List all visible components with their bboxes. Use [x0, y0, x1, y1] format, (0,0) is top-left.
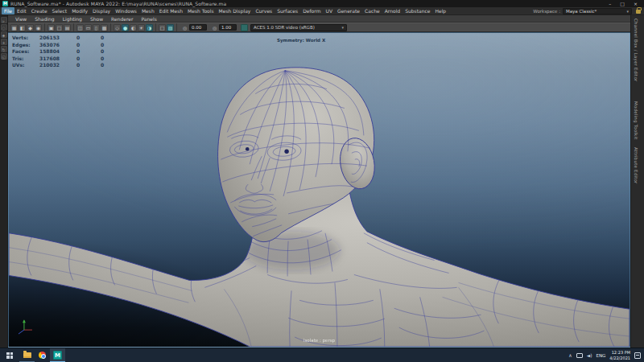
menu-substance[interactable]: Substance: [402, 7, 432, 14]
right-sidebar: Channel Box / Layer Editor Modeling Tool…: [630, 15, 644, 348]
panel-menu-show[interactable]: Show: [86, 16, 107, 22]
bookmarks-icon[interactable]: □: [56, 24, 63, 31]
speaker-icon[interactable]: ◄): [587, 348, 592, 362]
hud-stat-row: Edges: 363076 0 0: [12, 42, 125, 47]
scale-tool-icon[interactable]: ◱: [1, 53, 7, 60]
menu-uv[interactable]: UV: [324, 7, 336, 14]
resolution-gate-icon[interactable]: ▯: [93, 24, 100, 31]
viewport-panel: ViewShadingLightingShowRendererPanels ▦◧…: [8, 15, 630, 348]
maya-taskbar-icon: M: [53, 351, 62, 360]
lasso-tool-icon[interactable]: ◌: [1, 24, 7, 31]
menu-items: FileEditCreateSelectModifyDisplayWindows…: [2, 7, 448, 14]
paint-select-tool-icon[interactable]: ◈: [1, 31, 7, 38]
view-transform-value: ACES 1.0 SDR video (sRGB): [254, 25, 315, 30]
viewport-canvas[interactable]: Verts: 206153 0 0 Edges: 363076 0 0 Face…: [8, 32, 630, 348]
camera-attributes-icon[interactable]: ▣: [47, 24, 55, 31]
menu-mesh-display[interactable]: Mesh Display: [217, 7, 254, 14]
panel-menu-view[interactable]: View: [11, 16, 31, 22]
menu-deform[interactable]: Deform: [300, 7, 323, 14]
exposure-icon[interactable]: ◎: [181, 24, 188, 31]
tab-attribute-editor[interactable]: Attribute Editor: [634, 147, 638, 184]
hud-stat-row: Verts: 206153 0 0: [12, 35, 125, 40]
gamma-icon[interactable]: ◎: [211, 24, 218, 31]
panel-menu-lighting[interactable]: Lighting: [59, 16, 86, 22]
toolbox: ▹◌◈+↻◱: [0, 15, 8, 348]
shadows-icon[interactable]: ◑: [146, 24, 153, 31]
snap-curve-icon[interactable]: ◧: [19, 24, 26, 31]
menu-help[interactable]: Help: [433, 7, 449, 14]
chevron-down-icon: ▾: [626, 9, 629, 14]
snap-point-icon[interactable]: ◆: [27, 24, 34, 31]
menu-arnold[interactable]: Arnold: [382, 7, 402, 14]
chrome-button[interactable]: [35, 348, 50, 362]
file-explorer-button[interactable]: [19, 348, 35, 362]
move-tool-icon[interactable]: +: [1, 39, 7, 45]
shaded-mode-icon[interactable]: ●: [122, 24, 129, 31]
menu-file[interactable]: File: [2, 7, 14, 14]
view-axis-indicator: [19, 319, 32, 334]
menu-mesh-tools[interactable]: Mesh Tools: [185, 7, 216, 14]
menu-cache[interactable]: Cache: [362, 7, 382, 14]
menu-select[interactable]: Select: [50, 7, 70, 14]
menu-create[interactable]: Create: [29, 7, 50, 14]
two-panes-icon[interactable]: ◫: [76, 24, 84, 31]
panel-menu-renderer[interactable]: Renderer: [107, 16, 137, 22]
camera-label: isolate : persp: [303, 338, 335, 343]
film-gate-icon[interactable]: ▭: [85, 24, 92, 31]
separator: [176, 23, 177, 31]
minimize-button[interactable]: –: [609, 0, 611, 7]
menu-edit-mesh[interactable]: Edit Mesh: [157, 7, 185, 14]
clock[interactable]: 12:23 PM 4/22/2021: [609, 350, 630, 360]
gate-mask-icon[interactable]: ▩: [101, 24, 108, 31]
textured-mode-icon[interactable]: ◐: [130, 24, 137, 31]
tab-modeling-toolkit[interactable]: Modeling Toolkit: [634, 101, 638, 140]
tab-channel-box-layer-editor[interactable]: Channel Box / Layer Editor: [634, 19, 638, 81]
image-plane-icon[interactable]: ▤: [64, 24, 71, 31]
language-indicator[interactable]: ENG: [597, 353, 606, 358]
xray-icon[interactable]: ▨: [167, 24, 174, 31]
maximize-button[interactable]: □: [620, 0, 625, 7]
chevron-down-icon: ▾: [341, 25, 344, 30]
hud-stat-row: Tris: 317608 0 0: [12, 56, 125, 61]
menu-modify[interactable]: Modify: [69, 7, 90, 14]
rotate-tool-icon[interactable]: ↻: [1, 46, 7, 52]
color-management-icon[interactable]: [241, 24, 248, 31]
action-center-icon[interactable]: [634, 352, 641, 359]
menu-mesh[interactable]: Mesh: [139, 7, 157, 14]
lock-icon[interactable]: [636, 10, 641, 14]
menu-edit[interactable]: Edit: [14, 7, 29, 14]
menu-windows[interactable]: Windows: [113, 7, 139, 14]
panel-menu-bar: ViewShadingLightingShowRendererPanels: [8, 15, 630, 23]
character-model[interactable]: [9, 68, 630, 347]
title-bar: M RUNA_Software.ma* - Autodesk MAYA 2022…: [0, 0, 644, 7]
wireframe-icon[interactable]: ◇: [114, 24, 121, 31]
panel-menu-panels[interactable]: Panels: [137, 16, 160, 22]
snap-grid-icon[interactable]: ▦: [10, 24, 18, 31]
use-all-lights-icon[interactable]: ☀: [138, 24, 145, 31]
workspace-selector[interactable]: Maya Classic* ▾: [563, 8, 632, 14]
main-area: ▹◌◈+↻◱ ViewShadingLightingShowRendererPa…: [0, 15, 644, 348]
start-button[interactable]: [0, 348, 19, 362]
view-transform-selector[interactable]: ACES 1.0 SDR video (sRGB) ▾: [250, 24, 347, 31]
make-live-icon[interactable]: ◉: [35, 24, 42, 31]
isolate-select-icon[interactable]: □: [159, 24, 166, 31]
menu-display[interactable]: Display: [90, 7, 113, 14]
clock-time: 12:23 PM: [609, 350, 630, 355]
main-menu-bar: FileEditCreateSelectModifyDisplayWindows…: [0, 7, 644, 15]
menu-generate[interactable]: Generate: [335, 7, 362, 14]
exposure-field[interactable]: 0.00: [189, 24, 207, 31]
hidden-icons-button[interactable]: ∧: [568, 348, 572, 362]
maya-taskbar-button[interactable]: M: [50, 348, 65, 362]
panel-menu-shading[interactable]: Shading: [31, 16, 58, 22]
gamma-field[interactable]: 1.00: [219, 24, 237, 31]
menu-curves[interactable]: Curves: [253, 7, 275, 14]
network-icon[interactable]: [576, 353, 583, 358]
maya-window: M RUNA_Software.ma* - Autodesk MAYA 2022…: [0, 0, 644, 362]
clock-date: 4/22/2021: [609, 356, 630, 360]
menu-surfaces[interactable]: Surfaces: [275, 7, 300, 14]
close-button[interactable]: ×: [634, 0, 638, 7]
panel-toolbar-icons: ▦◧◆◉▣□▤◫▭▯▩◇●◐☀◑□▨: [10, 23, 179, 31]
hud-stat-row: Faces: 158804 0 0: [12, 48, 125, 54]
select-tool-icon[interactable]: ▹: [1, 17, 7, 23]
window-controls: – □ ×: [609, 0, 642, 7]
